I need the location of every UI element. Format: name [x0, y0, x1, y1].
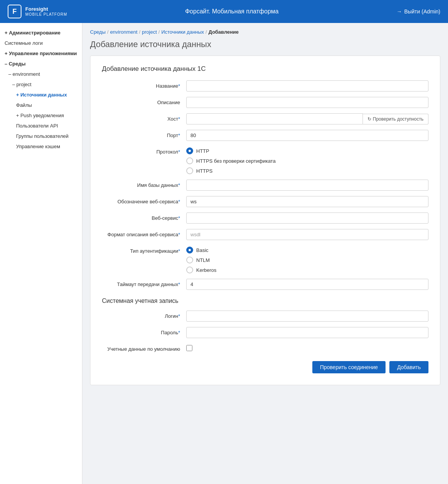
name-field: [186, 80, 428, 92]
form-card: Добавление источника данных 1С Название*…: [90, 56, 440, 385]
port-row: Порт*: [102, 130, 428, 141]
timeout-label: Таймаут передачи данных*: [102, 279, 186, 287]
web-service-row: Веб-сервис*: [102, 213, 428, 224]
radio-https-circle: [186, 167, 193, 174]
header: F Foresight MOBILE PLATFORM Форсайт. Моб…: [0, 0, 448, 23]
sidebar-item-app-management[interactable]: + Управление приложениями: [0, 48, 82, 59]
auth-type-label: Тип аутентификации*: [102, 245, 186, 254]
logo-line2: MOBILE PLATFORM: [25, 12, 67, 17]
name-row: Название*: [102, 80, 428, 92]
sidebar-item-system-logs[interactable]: Системные логи: [0, 38, 82, 48]
form-buttons: Проверить соединение Добавить: [102, 361, 428, 373]
check-availability-button[interactable]: ↻ Проверить доступность: [363, 114, 428, 124]
web-service-field: [186, 213, 428, 224]
host-field: ↻ Проверить доступность: [186, 113, 428, 124]
host-label: Хост*: [102, 113, 186, 122]
radio-https-no-cert-circle: [186, 157, 193, 164]
sidebar-item-api-users[interactable]: Пользователи API: [0, 121, 82, 131]
check-connection-button[interactable]: Проверить соединение: [312, 361, 386, 373]
protocol-field: HTTP HTTPS без проверки сертификата HTTP…: [186, 146, 428, 174]
web-service-format-row: Формат описания веб-сервиса*: [102, 229, 428, 240]
sidebar-item-cache-management[interactable]: Управление кэшем: [0, 141, 82, 152]
breadcrumb-environments[interactable]: Среды: [90, 29, 106, 35]
login-input[interactable]: [186, 311, 428, 322]
db-name-input[interactable]: [186, 180, 428, 191]
logo-text: Foresight MOBILE PLATFORM: [25, 6, 67, 17]
auth-option-ntlm[interactable]: NTLM: [186, 257, 428, 263]
logout-icon: →: [397, 8, 402, 15]
logo-line1: Foresight: [25, 6, 67, 12]
timeout-row: Таймаут передачи данных*: [102, 279, 428, 290]
system-account-title: Системная учетная запись: [102, 298, 428, 304]
description-row: Описание: [102, 97, 428, 108]
add-button[interactable]: Добавить: [389, 361, 428, 373]
default-credentials-row: Учетные данные по умолчанию: [102, 343, 428, 352]
password-label: Пароль*: [102, 327, 186, 335]
auth-type-radio-group: Basic NTLM Kerberos: [186, 245, 428, 273]
sidebar-item-push-notifications[interactable]: + Push уведомления: [0, 110, 82, 121]
sidebar-item-files[interactable]: Файлы: [0, 100, 82, 110]
protocol-option-https[interactable]: HTTPS: [186, 167, 428, 174]
sidebar-item-environments[interactable]: – Среды: [0, 59, 82, 69]
web-service-format-field: [186, 229, 428, 240]
radio-kerberos-circle: [186, 267, 193, 273]
default-credentials-field: [186, 343, 428, 351]
db-name-row: Имя базы данных*: [102, 180, 428, 191]
default-credentials-checkbox[interactable]: [186, 345, 192, 351]
description-field: [186, 97, 428, 108]
auth-option-kerberos[interactable]: Kerberos: [186, 267, 428, 273]
protocol-label: Протокол*: [102, 146, 186, 155]
auth-basic-label: Basic: [196, 247, 208, 253]
sidebar-item-administration[interactable]: + Администрирование: [0, 28, 82, 38]
main-content: Среды / environment / project / Источник…: [82, 23, 448, 484]
sidebar-item-data-sources[interactable]: + Источники данных: [0, 90, 82, 100]
sidebar-item-environment[interactable]: – environment: [0, 69, 82, 79]
logo-icon: F: [8, 5, 21, 18]
logout-button[interactable]: → Выйти (Admin): [397, 8, 440, 15]
breadcrumb-project[interactable]: project: [142, 29, 157, 35]
web-service-format-input[interactable]: [186, 229, 428, 240]
auth-kerberos-label: Kerberos: [196, 267, 217, 273]
sidebar-item-user-groups[interactable]: Группы пользователей: [0, 131, 82, 141]
password-input[interactable]: [186, 327, 428, 338]
password-row: Пароль*: [102, 327, 428, 338]
logo: F Foresight MOBILE PLATFORM: [8, 5, 67, 18]
auth-option-basic[interactable]: Basic: [186, 247, 428, 253]
description-input[interactable]: [186, 97, 428, 108]
web-service-format-label: Формат описания веб-сервиса*: [102, 229, 186, 237]
web-service-notation-field: [186, 196, 428, 207]
web-service-label: Веб-сервис*: [102, 213, 186, 221]
name-label: Название*: [102, 80, 186, 89]
sidebar-item-project[interactable]: – project: [0, 79, 82, 90]
auth-type-row: Тип аутентификации* Basic NTLM: [102, 245, 428, 273]
host-row: Хост* ↻ Проверить доступность: [102, 113, 428, 124]
port-input[interactable]: [186, 130, 428, 141]
refresh-icon: ↻: [368, 116, 371, 122]
web-service-notation-input[interactable]: [186, 196, 428, 207]
breadcrumb-current: Добавление: [208, 29, 239, 35]
web-service-input[interactable]: [186, 213, 428, 224]
protocol-http-label: HTTP: [196, 148, 209, 154]
login-field: [186, 311, 428, 322]
name-input[interactable]: [186, 80, 428, 92]
web-service-notation-label: Обозначение веб-сервиса*: [102, 196, 186, 204]
page-title: Добавление источника данных: [90, 39, 440, 49]
timeout-input[interactable]: [186, 279, 428, 290]
default-credentials-label: Учетные данные по умолчанию: [102, 343, 186, 352]
breadcrumb-data-sources[interactable]: Источники данных: [161, 29, 204, 35]
password-field: [186, 327, 428, 338]
web-service-notation-row: Обозначение веб-сервиса*: [102, 196, 428, 207]
port-label: Порт*: [102, 130, 186, 138]
login-label: Логин*: [102, 311, 186, 319]
protocol-https-no-cert-label: HTTPS без проверки сертификата: [196, 158, 276, 164]
host-input[interactable]: [186, 113, 363, 124]
sidebar: + Администрирование Системные логи + Упр…: [0, 23, 82, 484]
radio-http-circle: [186, 147, 193, 154]
layout: + Администрирование Системные логи + Упр…: [0, 23, 448, 484]
breadcrumb-environment[interactable]: environment: [110, 29, 138, 35]
description-label: Описание: [102, 97, 186, 105]
protocol-option-http[interactable]: HTTP: [186, 147, 428, 154]
protocol-radio-group: HTTP HTTPS без проверки сертификата HTTP…: [186, 146, 428, 174]
protocol-option-https-no-cert[interactable]: HTTPS без проверки сертификата: [186, 157, 428, 164]
protocol-row: Протокол* HTTP HTTPS без проверки сертиф…: [102, 146, 428, 174]
